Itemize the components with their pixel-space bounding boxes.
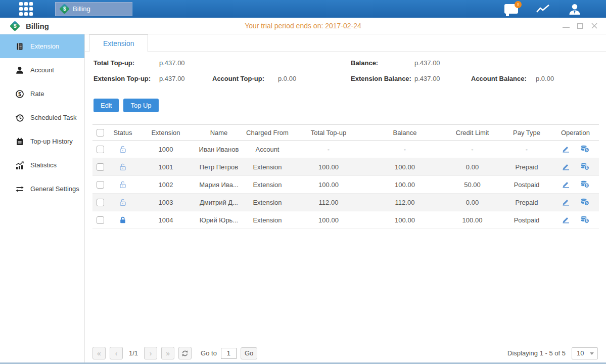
cell-credit-limit: -: [443, 141, 501, 158]
sidebar-item-general-settings[interactable]: General Settings: [0, 177, 84, 201]
cell-credit-limit: 100.00: [443, 211, 501, 229]
cell-name: Иван Иванов: [194, 141, 244, 158]
edit-row-icon[interactable]: [562, 162, 570, 172]
cell-extension: 1000: [138, 141, 194, 158]
trial-period-message: Your trial period ends on: 2017-02-24: [245, 22, 361, 30]
select-all-checkbox[interactable]: [97, 129, 104, 136]
notifications-chat-icon[interactable]: !: [504, 4, 518, 14]
svg-text:$: $: [586, 148, 588, 152]
status-lock-icon: [119, 163, 127, 170]
cell-charged-from: Extension: [244, 158, 291, 176]
col-total-topup: Total Top-up: [291, 125, 366, 141]
svg-text:$: $: [586, 201, 588, 205]
topup-row-icon[interactable]: $: [580, 145, 589, 154]
dollar-circle-icon: $: [15, 89, 24, 99]
row-checkbox[interactable]: [97, 199, 104, 206]
sidebar-item-account[interactable]: Account: [0, 58, 84, 82]
cell-credit-limit: 50.00: [443, 176, 501, 194]
go-button[interactable]: Go: [241, 347, 257, 359]
topup-row-icon[interactable]: $: [580, 162, 589, 172]
billing-logo-icon: $: [10, 20, 20, 31]
cell-balance: 112.00: [366, 194, 443, 211]
sidebar-item-extension[interactable]: Extension: [0, 34, 84, 58]
cell-total-topup: 100.00: [291, 158, 366, 176]
account-balance-value: p.0.00: [536, 75, 554, 82]
billing-app-window: $ Billing ! $ Billing Your trial period …: [0, 0, 606, 364]
topup-row-icon[interactable]: $: [580, 198, 589, 207]
edit-row-icon[interactable]: [562, 198, 570, 207]
close-button[interactable]: [591, 22, 598, 29]
page-indicator: 1/1: [127, 349, 140, 357]
taskbar: $ Billing !: [0, 0, 606, 18]
row-checkbox[interactable]: [97, 146, 104, 153]
row-checkbox[interactable]: [97, 163, 104, 171]
row-checkbox[interactable]: [97, 216, 104, 224]
main-content: Extension Total Top-up: p.437.00 Balance…: [85, 34, 606, 364]
history-clock-icon: [15, 113, 24, 122]
cell-extension: 1001: [138, 158, 194, 176]
sidebar-item-topup-history[interactable]: Top-up History: [0, 129, 84, 153]
extension-table: Status Extension Name Charged From Total…: [92, 124, 599, 229]
cell-credit-limit: 0.00: [443, 194, 501, 211]
app-menu-grid-icon[interactable]: [19, 2, 33, 16]
refresh-button[interactable]: [178, 347, 192, 359]
status-lock-icon: [119, 145, 127, 153]
notification-badge: !: [515, 1, 522, 8]
account-topup-value: p.0.00: [278, 75, 296, 82]
account-topup-label: Account Top-up:: [212, 75, 264, 82]
top-up-button[interactable]: Top Up: [123, 99, 158, 112]
ledger-icon: [15, 42, 24, 51]
cell-extension: 1003: [138, 194, 194, 211]
balance-label: Balance:: [351, 59, 378, 67]
edit-button[interactable]: Edit: [94, 99, 119, 112]
refresh-icon: [181, 350, 189, 357]
page-size-value: 10: [577, 349, 584, 357]
goto-page-input[interactable]: [221, 348, 237, 359]
next-page-button[interactable]: ›: [144, 347, 157, 359]
status-lock-icon: [119, 216, 127, 223]
tab-extension[interactable]: Extension: [89, 34, 148, 52]
page-size-select[interactable]: 10: [572, 347, 598, 359]
cell-total-topup: 112.00: [291, 194, 366, 211]
sidebar-item-label: Statistics: [30, 161, 57, 169]
col-charged-from: Charged From: [244, 125, 291, 141]
resource-monitor-icon[interactable]: [535, 4, 550, 15]
edit-row-icon[interactable]: [562, 145, 570, 154]
account-balance-label: Account Balance:: [471, 75, 527, 82]
cell-pay-type: -: [501, 141, 552, 158]
topup-row-icon[interactable]: $: [580, 215, 589, 225]
cell-balance: -: [366, 141, 443, 158]
sidebar-item-label: Scheduled Task: [30, 114, 77, 121]
svg-text:$: $: [18, 91, 21, 97]
table-row: 1002 Мария Ива... Extension 100.00 100.0…: [92, 176, 599, 194]
notepad-icon: [15, 137, 24, 146]
edit-row-icon[interactable]: [562, 180, 570, 190]
minimize-button[interactable]: [563, 27, 570, 28]
sidebar: Extension Account $ Rate: [0, 34, 85, 364]
topup-row-icon[interactable]: $: [580, 180, 589, 190]
sidebar-item-rate[interactable]: $ Rate: [0, 82, 84, 106]
window-title: Billing: [26, 22, 49, 30]
cell-pay-type: Postpaid: [501, 176, 552, 194]
sidebar-item-scheduled-task[interactable]: Scheduled Task: [0, 106, 84, 129]
cell-total-topup: 100.00: [291, 176, 366, 194]
edit-row-icon[interactable]: [562, 215, 570, 225]
balance-summary: Total Top-up: p.437.00 Balance: p.437.00…: [94, 59, 606, 90]
prev-page-button[interactable]: ‹: [110, 347, 123, 359]
last-page-button[interactable]: »: [161, 347, 174, 359]
first-page-button[interactable]: «: [92, 347, 106, 359]
extension-balance-value: p.437.00: [414, 75, 440, 82]
cell-balance: 100.00: [366, 176, 443, 194]
goto-label: Go to: [201, 349, 217, 357]
cell-balance: 100.00: [366, 158, 443, 176]
table-row: 1000 Иван Иванов Account - - - - $: [92, 141, 599, 158]
sliders-icon: [15, 185, 24, 194]
status-lock-icon: [119, 198, 127, 206]
taskbar-tab-billing[interactable]: $ Billing: [55, 2, 132, 16]
maximize-button[interactable]: [577, 23, 583, 29]
sidebar-item-label: Rate: [30, 90, 44, 98]
sidebar-item-statistics[interactable]: Statistics: [0, 153, 84, 177]
row-checkbox[interactable]: [97, 181, 104, 189]
chevron-down-icon: [590, 352, 594, 355]
user-account-icon[interactable]: [568, 3, 582, 15]
